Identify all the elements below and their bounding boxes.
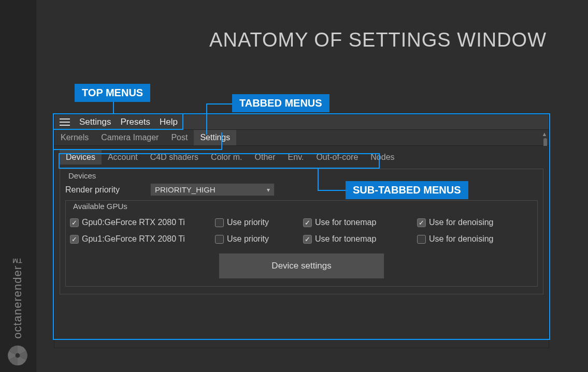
callout-tabbed-menus: TABBED MENUS (232, 94, 329, 112)
gpu1-use-tonemap-checkbox[interactable]: Use for tonemap (303, 234, 407, 244)
subtab-env[interactable]: Env. (282, 150, 310, 165)
brand-logo: octanerender™ (6, 252, 29, 367)
subtab-nodes[interactable]: Nodes (364, 150, 400, 165)
page-title: ANATOMY OF SETTINGS WINDOW (209, 29, 547, 51)
use-priority-label: Use priority (227, 218, 269, 227)
subtab-account[interactable]: Account (102, 150, 144, 165)
checkbox-icon (417, 218, 426, 227)
gpu1-name: Gpu1:GeForce RTX 2080 Ti (82, 234, 185, 244)
available-gpus-group: Available GPUs Gpu0:GeForce RTX 2080 Ti … (65, 200, 538, 287)
subtab-c4d-shaders[interactable]: C4D shaders (144, 150, 205, 165)
use-denoise-label: Use for denoising (429, 234, 494, 244)
gpu1-use-denoise-checkbox[interactable]: Use for denoising (417, 234, 521, 244)
gpu0-enable-checkbox[interactable]: Gpu0:GeForce RTX 2080 Ti (70, 218, 205, 227)
gpu1-enable-checkbox[interactable]: Gpu1:GeForce RTX 2080 Ti (70, 234, 205, 244)
tab-camera-imager[interactable]: Camera Imager (95, 130, 165, 145)
tab-post[interactable]: Post (165, 130, 194, 145)
use-tonemap-label: Use for tonemap (315, 218, 376, 227)
render-priority-value: PRIORITY_HIGH (155, 185, 216, 194)
checkbox-icon (70, 235, 79, 244)
chevron-down-icon: ▾ (267, 186, 270, 194)
render-priority-label: Render priority (65, 185, 143, 195)
device-settings-button[interactable]: Device settings (219, 253, 384, 279)
checkbox-icon (70, 218, 79, 227)
devices-group-title: Devices (68, 171, 538, 180)
brand-text: octanerender™ (11, 252, 24, 339)
lead-line (113, 102, 114, 113)
scroll-up-icon[interactable]: ▲ (541, 131, 548, 137)
tab-settings[interactable]: Settings (194, 130, 236, 145)
subtab-color-m[interactable]: Color m. (205, 150, 248, 165)
hamburger-icon[interactable] (60, 117, 70, 127)
use-denoise-label: Use for denoising (429, 218, 494, 227)
callout-top-menus: TOP MENUS (75, 84, 150, 102)
svg-point-0 (16, 353, 20, 358)
lead-line (318, 190, 346, 191)
subtab-out-of-core[interactable]: Out-of-core (310, 150, 364, 165)
tabbar: Kernels Camera Imager Post Settings ▲ ▼ (54, 129, 549, 146)
lead-line (206, 103, 232, 105)
render-priority-select[interactable]: PRIORITY_HIGH ▾ (150, 183, 275, 196)
tab-kernels[interactable]: Kernels (54, 130, 95, 145)
checkbox-icon (303, 235, 312, 244)
available-gpus-title: Available GPUs (73, 202, 533, 211)
fan-icon (6, 344, 29, 367)
gpu-row-1: Gpu1:GeForce RTX 2080 Ti Use priority Us… (70, 234, 533, 244)
callout-sub-tabbed-menus: SUB-TABBED MENUS (346, 181, 468, 199)
subtab-other[interactable]: Other (249, 150, 282, 165)
checkbox-icon (215, 235, 224, 244)
lead-line (206, 103, 207, 135)
subtab-bar: Devices Account C4D shaders Color m. Oth… (60, 150, 543, 165)
checkbox-icon (215, 218, 224, 227)
menu-settings[interactable]: Settings (79, 117, 111, 127)
checkbox-icon (417, 235, 426, 244)
gpu0-use-priority-checkbox[interactable]: Use priority (215, 218, 293, 227)
panel-body: Devices Account C4D shaders Color m. Oth… (54, 146, 549, 348)
gpu-row-0: Gpu0:GeForce RTX 2080 Ti Use priority Us… (70, 218, 533, 227)
devices-group: Devices Render priority PRIORITY_HIGH ▾ … (60, 169, 543, 294)
gpu0-use-denoise-checkbox[interactable]: Use for denoising (417, 218, 521, 227)
settings-window: Settings Presets Help Kernels Camera Ima… (54, 114, 549, 348)
menu-help[interactable]: Help (160, 117, 178, 127)
gpu1-use-priority-checkbox[interactable]: Use priority (215, 234, 293, 244)
gpu0-use-tonemap-checkbox[interactable]: Use for tonemap (303, 218, 407, 227)
menu-presets[interactable]: Presets (120, 117, 150, 127)
lead-line (318, 168, 319, 191)
use-priority-label: Use priority (227, 234, 269, 244)
menubar: Settings Presets Help (54, 115, 549, 129)
use-tonemap-label: Use for tonemap (315, 234, 376, 244)
gpu0-name: Gpu0:GeForce RTX 2080 Ti (82, 218, 185, 227)
subtab-devices[interactable]: Devices (60, 150, 102, 165)
checkbox-icon (303, 218, 312, 227)
